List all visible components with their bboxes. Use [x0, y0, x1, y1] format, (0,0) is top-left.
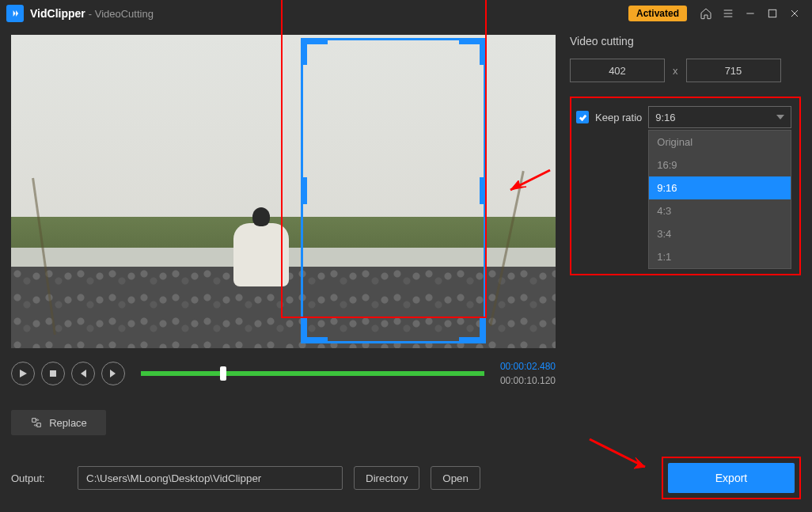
svg-rect-0 — [768, 9, 776, 17]
ratio-option-9-16[interactable]: 9:16 — [649, 176, 791, 199]
ratio-option-1-1[interactable]: 1:1 — [649, 245, 791, 268]
ratio-option-16-9[interactable]: 16:9 — [649, 154, 791, 176]
crop-frame[interactable] — [301, 38, 486, 343]
menu-icon[interactable] — [717, 2, 739, 25]
chevron-down-icon — [776, 115, 784, 119]
minimize-icon[interactable] — [739, 2, 761, 25]
titlebar: VidClipper - VideoCutting Activated — [0, 0, 812, 27]
ratio-selected-value: 9:16 — [655, 112, 675, 123]
activated-badge: Activated — [628, 6, 687, 21]
app-subtitle: - VideoCutting — [89, 8, 154, 20]
app-name: VidClipper — [30, 7, 85, 20]
width-input[interactable] — [570, 59, 665, 82]
export-label: Export — [715, 472, 747, 484]
height-input[interactable] — [686, 59, 781, 82]
svg-rect-1 — [50, 370, 56, 377]
total-time: 00:00:10.120 — [500, 374, 556, 388]
open-button[interactable]: Open — [431, 466, 480, 490]
keep-ratio-checkbox[interactable] — [576, 111, 589, 123]
video-preview[interactable] — [11, 35, 556, 348]
keep-ratio-label: Keep ratio — [595, 112, 642, 123]
panel-title: Video cutting — [570, 35, 801, 47]
replace-button[interactable]: Replace — [11, 410, 106, 435]
dimension-separator: x — [673, 65, 678, 77]
ratio-dropdown: Original 16:9 9:16 4:3 3:4 1:1 — [648, 130, 791, 269]
app-logo — [6, 5, 24, 22]
replace-label: Replace — [49, 417, 87, 429]
output-path-input[interactable] — [78, 466, 343, 490]
prev-frame-button[interactable] — [71, 362, 95, 385]
close-icon[interactable] — [784, 2, 806, 25]
output-label: Output: — [11, 472, 66, 484]
home-icon[interactable] — [695, 2, 717, 25]
maximize-icon[interactable] — [761, 2, 784, 25]
ratio-select[interactable]: 9:16 Original 16:9 9:16 4:3 3:4 1:1 — [648, 106, 791, 128]
directory-button[interactable]: Directory — [354, 466, 419, 490]
ratio-option-4-3[interactable]: 4:3 — [649, 199, 791, 222]
timeline-scrubber[interactable] — [141, 362, 484, 385]
ratio-option-original[interactable]: Original — [649, 131, 791, 154]
current-time: 00:00:02.480 — [500, 359, 556, 374]
stop-button[interactable] — [41, 362, 65, 385]
time-display: 00:00:02.480 00:00:10.120 — [500, 359, 556, 388]
next-frame-button[interactable] — [101, 362, 125, 385]
annotation-box-export: Export — [662, 457, 801, 499]
ratio-option-3-4[interactable]: 3:4 — [649, 222, 791, 245]
export-button[interactable]: Export — [668, 463, 795, 493]
play-button[interactable] — [11, 362, 35, 385]
annotation-box-ratio: Keep ratio 9:16 Original 16:9 9:16 4:3 3… — [570, 97, 801, 275]
